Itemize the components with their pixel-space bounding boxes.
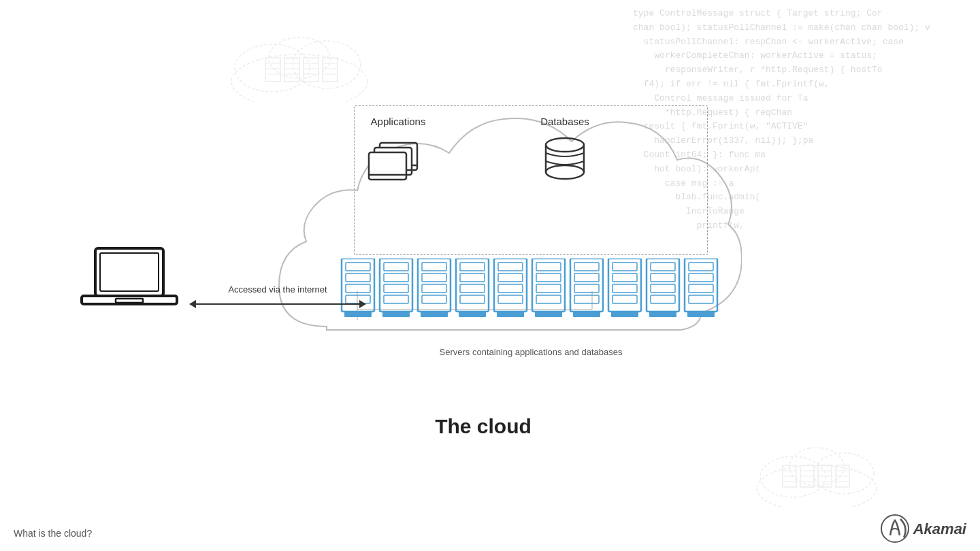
main-content: type ControlMessage struct { Target stri… [0,0,980,551]
svg-rect-94 [574,263,599,271]
svg-rect-113 [689,273,713,282]
svg-rect-83 [498,273,523,282]
applications-icon [368,133,429,184]
laptop-icon [78,245,180,327]
svg-rect-91 [536,295,561,303]
svg-rect-58 [346,263,370,271]
svg-rect-78 [460,284,485,293]
svg-marker-121 [189,300,196,308]
svg-rect-88 [536,263,561,271]
svg-rect-109 [651,295,675,303]
svg-rect-112 [689,263,713,271]
svg-rect-89 [536,273,561,282]
ghost-cloud-bottom-right [749,433,885,510]
svg-rect-70 [422,263,446,271]
svg-point-56 [546,165,584,179]
svg-rect-96 [574,284,599,293]
access-arrow [189,297,366,311]
svg-rect-71 [422,273,446,282]
svg-rect-86 [497,312,524,317]
svg-rect-79 [460,295,485,303]
svg-rect-80 [459,312,486,317]
akamai-icon [880,514,911,544]
svg-rect-98 [573,312,600,317]
svg-rect-101 [612,273,637,282]
svg-marker-123 [359,300,366,308]
svg-rect-104 [611,312,638,317]
svg-rect-65 [384,273,408,282]
akamai-text: Akamai [913,520,966,538]
bottom-left-text: What is the cloud? [14,528,92,539]
databases-icon [538,133,592,184]
svg-rect-73 [422,295,446,303]
svg-rect-64 [384,263,408,271]
svg-rect-77 [460,273,485,282]
svg-rect-103 [612,295,637,303]
access-text: Accessed via the internet [228,284,327,295]
svg-rect-72 [422,284,446,293]
servers-label: Servers containing applications and data… [340,347,721,357]
svg-rect-108 [651,284,675,293]
svg-rect-114 [689,284,713,293]
svg-point-22 [814,453,874,494]
servers-container [340,258,728,327]
svg-rect-116 [687,312,715,317]
laptop-svg [78,245,180,327]
svg-rect-97 [574,295,599,303]
databases-label: Databases [540,116,589,127]
svg-rect-84 [498,284,523,293]
svg-rect-118 [100,253,159,291]
access-label-container: Accessed via the internet [189,284,366,311]
svg-rect-106 [651,263,675,271]
svg-rect-62 [344,312,372,317]
svg-rect-76 [460,263,485,271]
svg-rect-102 [612,284,637,293]
svg-rect-110 [649,312,676,317]
applications-section: Applications [368,116,429,184]
svg-rect-85 [498,295,523,303]
cloud-label: The cloud [225,415,742,438]
svg-point-20 [757,465,877,507]
databases-section: Databases [538,116,592,184]
svg-rect-92 [535,312,562,317]
apps-db-container: Applications Databases [368,116,592,184]
svg-rect-95 [574,273,599,282]
svg-rect-68 [382,312,410,317]
akamai-logo: Akamai [880,514,966,544]
svg-rect-100 [612,263,637,271]
svg-rect-66 [384,284,408,293]
servers-svg [340,258,728,327]
svg-rect-90 [536,284,561,293]
svg-rect-107 [651,273,675,282]
svg-rect-120 [116,299,143,303]
svg-point-21 [760,456,826,497]
applications-label: Applications [371,116,426,127]
svg-rect-59 [346,273,370,282]
svg-point-53 [546,138,584,152]
svg-rect-67 [384,295,408,303]
svg-rect-74 [421,312,448,317]
svg-rect-115 [689,295,713,303]
svg-rect-82 [498,263,523,271]
